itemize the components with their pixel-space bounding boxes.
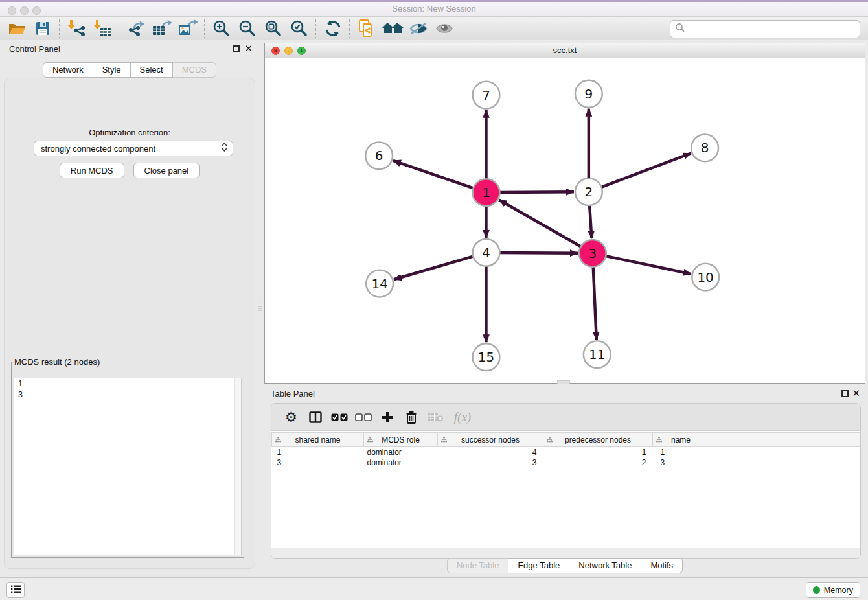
table-cell[interactable]: 4 <box>438 447 543 458</box>
graph-edge-1-2[interactable] <box>499 192 574 192</box>
column-header-MCDS-role[interactable]: MCDS role <box>364 433 438 447</box>
select-all-checkboxes-icon[interactable] <box>328 407 350 428</box>
column-header-shared-name[interactable]: shared name <box>272 433 364 447</box>
home-views-icon[interactable] <box>380 18 405 39</box>
column-header-predecessor-nodes[interactable]: predecessor nodes <box>543 433 653 447</box>
table-cell[interactable]: dominator <box>364 457 438 468</box>
network-canvas[interactable]: 7968124314101511 <box>265 58 865 383</box>
graph-node-3[interactable]: 3 <box>579 240 606 267</box>
tab-network[interactable]: Network <box>43 62 93 78</box>
graph-edge-2-8[interactable] <box>601 154 691 187</box>
vertical-splitter-handle[interactable] <box>258 297 262 312</box>
export-table-icon[interactable] <box>149 18 175 39</box>
search-field[interactable] <box>670 20 860 38</box>
close-window-icon[interactable]: × <box>271 47 280 55</box>
network-graph[interactable]: 7968124314101511 <box>265 58 865 383</box>
float-panel-icon[interactable] <box>841 390 849 397</box>
table-row[interactable]: 3dominator323 <box>272 457 861 468</box>
zoom-selected-icon[interactable] <box>286 18 312 39</box>
table-cell[interactable]: 1 <box>272 447 364 458</box>
save-session-icon[interactable] <box>30 18 56 39</box>
delete-table-icon[interactable] <box>424 407 446 428</box>
horizontal-splitter-handle[interactable] <box>557 380 570 384</box>
float-panel-icon[interactable] <box>233 45 240 52</box>
graph-edge-2-3[interactable] <box>589 205 591 238</box>
tab-motifs[interactable]: Motifs <box>641 558 683 573</box>
export-network-icon[interactable] <box>123 18 149 39</box>
optimization-criterion-dropdown[interactable]: strongly connected component <box>34 141 233 156</box>
deselect-checkboxes-icon[interactable] <box>352 407 374 428</box>
graph-node-6[interactable]: 6 <box>365 142 393 169</box>
close-panel-icon[interactable]: ✕ <box>244 44 253 53</box>
scrollbar-track[interactable] <box>234 378 241 555</box>
window-close-icon[interactable] <box>8 6 16 15</box>
tab-network-table[interactable]: Network Table <box>569 558 641 573</box>
import-table-icon[interactable] <box>89 18 115 39</box>
graph-edge-3-10[interactable] <box>606 256 691 274</box>
table-cell[interactable]: 2 <box>543 457 653 468</box>
task-history-button[interactable] <box>6 582 25 598</box>
clone-network-icon[interactable] <box>354 18 380 39</box>
attribute-tree-icon <box>367 435 373 444</box>
graph-edge-4-3[interactable] <box>499 253 578 253</box>
memory-button[interactable]: Memory <box>806 582 860 598</box>
function-builder-icon[interactable]: f(x) <box>448 407 477 428</box>
tab-mcds[interactable]: MCDS <box>173 62 216 78</box>
mcds-result-list[interactable]: 13 <box>14 378 242 555</box>
graph-node-8[interactable]: 8 <box>691 135 718 162</box>
memory-label: Memory <box>824 586 853 595</box>
graph-node-10[interactable]: 10 <box>692 264 719 291</box>
mcds-result-item[interactable]: 3 <box>14 389 241 400</box>
search-input[interactable] <box>688 22 860 36</box>
table-scrollbar-strip[interactable] <box>271 548 860 558</box>
run-mcds-button[interactable]: Run MCDS <box>60 163 124 178</box>
graph-edge-1-6[interactable] <box>393 161 474 189</box>
delete-column-trash-icon[interactable] <box>400 407 422 428</box>
mcds-result-item[interactable]: 1 <box>14 378 241 389</box>
export-image-icon[interactable] <box>175 18 201 39</box>
network-window-title: scc.txt <box>265 43 865 57</box>
close-panel-button[interactable]: Close panel <box>133 163 200 178</box>
zoom-in-icon[interactable] <box>209 18 234 39</box>
table-panel-title: Table Panel <box>271 389 315 398</box>
minimize-window-icon[interactable]: − <box>284 47 293 55</box>
graph-node-7[interactable]: 7 <box>473 82 500 109</box>
graph-node-2[interactable]: 2 <box>575 178 602 205</box>
window-zoom-icon[interactable] <box>32 6 41 15</box>
column-header-successor-nodes[interactable]: successor nodes <box>438 433 543 447</box>
window-minimize-icon[interactable] <box>20 6 29 15</box>
graph-node-14[interactable]: 14 <box>366 270 393 297</box>
graph-edge-3-1[interactable] <box>499 200 580 247</box>
tab-style[interactable]: Style <box>93 62 131 78</box>
table-cell[interactable]: 3 <box>653 457 709 468</box>
open-folder-icon[interactable] <box>4 18 30 39</box>
hide-selected-eye-icon[interactable] <box>405 18 431 39</box>
table-cell[interactable]: 1 <box>543 447 653 458</box>
table-settings-gear-icon[interactable]: ⚙ <box>280 407 302 428</box>
graph-node-9[interactable]: 9 <box>575 80 602 108</box>
show-all-eye-icon[interactable] <box>431 18 457 39</box>
refresh-layout-icon[interactable] <box>320 18 346 39</box>
close-panel-icon[interactable]: ✕ <box>852 389 860 398</box>
split-columns-icon[interactable] <box>304 407 326 428</box>
graph-edge-3-11[interactable] <box>593 267 597 340</box>
tab-node-table[interactable]: Node Table <box>447 558 509 573</box>
graph-node-4[interactable]: 4 <box>473 239 500 266</box>
zoom-fit-icon[interactable] <box>260 18 286 39</box>
graph-node-1[interactable]: 1 <box>473 179 500 206</box>
add-column-icon[interactable] <box>376 407 398 428</box>
table-row[interactable]: 1dominator411 <box>272 447 861 458</box>
graph-node-15[interactable]: 15 <box>473 343 500 371</box>
import-network-icon[interactable] <box>63 18 89 39</box>
table-cell[interactable]: 1 <box>653 447 709 458</box>
maximize-window-icon[interactable]: + <box>297 47 306 55</box>
zoom-out-icon[interactable] <box>234 18 260 39</box>
graph-edge-4-14[interactable] <box>394 257 473 280</box>
table-cell[interactable]: 3 <box>438 457 543 468</box>
tab-select[interactable]: Select <box>131 62 173 78</box>
table-cell[interactable]: 3 <box>272 457 364 468</box>
table-cell[interactable]: dominator <box>364 447 438 458</box>
graph-node-11[interactable]: 11 <box>584 341 611 368</box>
tab-edge-table[interactable]: Edge Table <box>508 558 569 573</box>
column-header-name[interactable]: name <box>653 433 709 447</box>
